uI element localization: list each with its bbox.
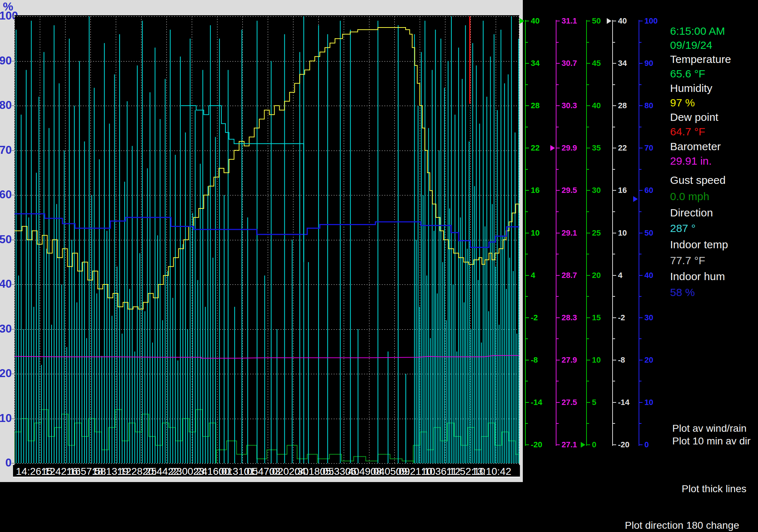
dewpoint-axis-tick: [613, 190, 616, 191]
barometer-axis-tick-label: 31.1: [562, 16, 577, 26]
dewpoint-axis-minor-tick: [613, 127, 615, 127]
wind-axis-tick-label: 20: [592, 271, 601, 280]
barometer-axis-minor-tick: [556, 381, 559, 381]
humidity-axis-tick-label: 0: [644, 440, 649, 449]
barometer-value: 29.91 in.: [670, 155, 712, 167]
temperature-value: 65.6 °F: [670, 68, 705, 80]
dewpoint-value: 64.7 °F: [670, 126, 705, 138]
humidity-axis-minor-tick: [639, 169, 641, 170]
barometer-axis-tick: [556, 444, 560, 445]
dewpoint-axis-minor-tick: [613, 84, 615, 85]
barometer-axis-tick: [556, 190, 560, 191]
wind-axis-tick: [587, 275, 590, 276]
barometer-axis-minor-tick: [556, 211, 559, 212]
barometer-axis-minor-tick: [556, 296, 559, 297]
humidity-value: 97 %: [670, 97, 695, 109]
wind-axis-tick: [587, 190, 590, 191]
wind-axis-tick-label: 10: [592, 355, 601, 365]
gust-value: 0.0 mph: [670, 190, 709, 203]
temp-axis-tick-label: 34: [531, 59, 539, 68]
left-axis-tick-label: 50: [0, 233, 12, 246]
humidity-axis-tick-label: 50: [644, 228, 653, 238]
temp-axis-tick: [526, 275, 529, 276]
wind-axis-tick: [587, 317, 590, 318]
barometer-axis-minor-tick: [556, 254, 559, 254]
option-plot-direction-180[interactable]: Plot direction 180 change: [625, 520, 739, 531]
humidity-axis-minor-tick: [639, 338, 641, 339]
dewpoint-axis-tick-label: -20: [618, 440, 630, 449]
barometer-axis-tick: [556, 105, 560, 106]
temp-axis-minor-tick: [526, 296, 528, 297]
wind-axis-minor-tick: [587, 84, 589, 85]
temp-axis-tick: [526, 21, 529, 21]
barometer-axis-tick: [556, 148, 560, 148]
wind-axis-minor-tick: [587, 381, 589, 381]
wind-axis-tick-label: 5: [592, 398, 596, 407]
option-plot-thick-lines[interactable]: Plot thick lines: [682, 483, 746, 495]
wind-axis-tick: [587, 21, 590, 21]
humidity-axis-tick: [639, 360, 643, 360]
humidity-axis-tick-label: 10: [644, 398, 653, 407]
wind-axis-minor-tick: [587, 296, 589, 297]
temp-axis-minor-tick: [526, 423, 528, 424]
wind-axis-tick-label: 40: [592, 101, 601, 110]
left-axis-tick: [12, 105, 14, 106]
wind-axis-tick: [587, 444, 590, 445]
barometer-axis-tick-label: 30.3: [562, 101, 577, 110]
temp-axis-minor-tick: [526, 381, 528, 381]
wind-axis-minor-tick: [587, 42, 589, 43]
temp-axis-minor-tick: [526, 42, 528, 43]
wind-axis-tick: [587, 148, 590, 148]
humidity-axis-minor-tick: [639, 211, 641, 212]
temp-axis-tick: [526, 148, 529, 148]
weather-history-chart: [14, 15, 519, 465]
humidity-axis-current-value-arrow: [633, 196, 638, 202]
dewpoint-axis-tick-label: -2: [618, 313, 625, 322]
dewpoint-axis-tick: [613, 275, 616, 276]
indoor-temp-label: Indoor temp: [670, 238, 728, 251]
dewpoint-axis-tick-label: 10: [618, 228, 627, 238]
dewpoint-axis-tick-label: 4: [618, 271, 622, 280]
left-axis-tick-label: 30: [0, 322, 12, 335]
humidity-axis-minor-tick: [639, 42, 641, 43]
wind-axis-minor-tick: [587, 127, 589, 127]
dewpoint-axis-minor-tick: [613, 296, 615, 297]
humidity-axis-tick-label: 20: [644, 355, 653, 365]
left-axis-tick: [12, 329, 14, 330]
temp-axis-tick: [526, 360, 529, 360]
option-plot-10min-av-dir[interactable]: Plot 10 min av dir: [672, 435, 750, 447]
temp-axis-minor-tick: [526, 211, 528, 212]
direction-label: Direction: [670, 207, 713, 219]
left-axis-tick-label: 80: [0, 99, 12, 112]
left-axis-tick-label: 0: [0, 456, 12, 469]
barometer-axis-tick: [556, 21, 560, 21]
indoor-hum-value: 58 %: [670, 286, 695, 299]
humidity-axis-tick-label: 60: [644, 186, 653, 195]
temp-axis-tick-label: -20: [531, 440, 542, 449]
dewpoint-axis-tick-label: 40: [618, 16, 627, 26]
wind-axis-minor-tick: [587, 211, 589, 212]
barometer-axis-tick-label: 27.5: [562, 398, 577, 407]
wind-axis-tick-label: 0: [592, 440, 596, 449]
left-axis-tick: [12, 150, 14, 151]
barometer-axis-tick-label: 28.3: [562, 313, 577, 322]
temp-axis-tick: [526, 444, 529, 445]
humidity-axis-tick: [639, 402, 643, 403]
wind-axis-tick-label: 30: [592, 186, 601, 195]
barometer-axis-tick-label: 29.9: [562, 143, 577, 153]
humidity-axis-minor-tick: [639, 254, 641, 254]
left-axis-tick: [12, 284, 14, 285]
humidity-label: Humidity: [670, 82, 712, 94]
humidity-axis-tick-label: 70: [644, 143, 653, 153]
barometer-axis-tick-label: 27.9: [562, 355, 577, 365]
dewpoint-axis-minor-tick: [613, 423, 615, 424]
barometer-axis-tick-label: 29.5: [562, 186, 577, 195]
dewpoint-axis-tick: [613, 402, 616, 403]
wind-axis-tick-label: 15: [592, 313, 601, 322]
barometer-axis-tick: [556, 275, 560, 276]
dewpoint-axis-tick: [613, 21, 616, 21]
barometer-axis-tick: [556, 63, 560, 64]
wind-axis-tick-label: 25: [592, 228, 601, 238]
indoor-hum-label: Indoor hum: [670, 270, 725, 283]
option-plot-av-wind-rain[interactable]: Plot av wind/rain: [672, 423, 746, 434]
